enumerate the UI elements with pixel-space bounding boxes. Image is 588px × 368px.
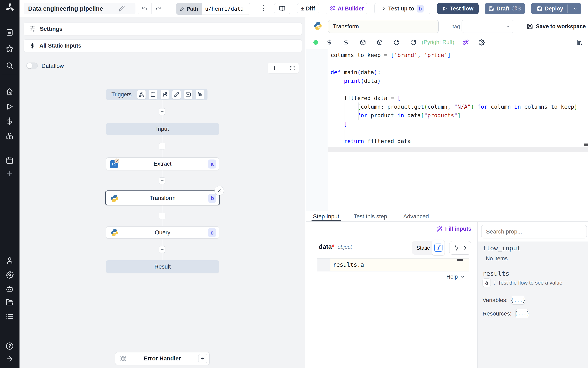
http-route-trigger-icon[interactable] xyxy=(161,90,169,100)
workers-robot-icon[interactable] xyxy=(6,285,14,293)
help-toggle[interactable]: Help xyxy=(446,273,465,280)
runs-play-icon[interactable] xyxy=(6,103,14,110)
poll-watch-trigger-icon[interactable] xyxy=(196,90,204,100)
plug-icon xyxy=(454,245,459,251)
tab-test-this-step[interactable]: Test this step xyxy=(354,213,387,220)
flow-settings-row[interactable]: Settings xyxy=(24,23,302,35)
favorites-star-icon[interactable] xyxy=(6,45,14,53)
variables-row[interactable]: Variables: {...} xyxy=(483,296,525,305)
tabbar-bottom-border xyxy=(306,221,588,222)
insert-step-button[interactable] xyxy=(159,246,165,253)
editor-toolbar: (Pyright Ruff) xyxy=(306,36,588,49)
step-key-badge: b xyxy=(417,5,424,12)
diff-button[interactable]: ± Diff xyxy=(297,3,319,14)
more-options-kebab-icon[interactable] xyxy=(263,5,264,13)
step-name-input[interactable] xyxy=(328,20,439,33)
path-chip[interactable]: Path u/henri/data_ xyxy=(176,3,250,15)
tab-advanced[interactable]: Advanced xyxy=(403,213,429,220)
arrow-right-icon xyxy=(462,245,467,250)
results-section-label[interactable]: results xyxy=(483,270,509,277)
package-icon[interactable] xyxy=(377,39,383,46)
settings-gear-icon[interactable] xyxy=(6,271,14,279)
ai-builder-button[interactable]: AI Builder xyxy=(326,3,367,14)
code-lines[interactable]: columns_to_keep = ['brand', 'price'] def… xyxy=(331,51,578,146)
zoom-in-plus-icon[interactable] xyxy=(272,65,277,71)
email-trigger-icon[interactable] xyxy=(184,90,192,100)
zoom-out-minus-icon[interactable] xyxy=(281,65,286,71)
fill-inputs-button[interactable]: Fill inputs xyxy=(436,225,471,232)
ai-magic-wand-icon[interactable] xyxy=(463,39,469,46)
webhook-trigger-icon[interactable] xyxy=(137,90,146,100)
undo-button[interactable] xyxy=(138,3,152,14)
variables-dollar-icon[interactable] xyxy=(6,117,14,125)
transform-node[interactable]: Transform b xyxy=(105,191,220,205)
draft-button[interactable]: Draft ⌘S xyxy=(485,3,525,14)
resources-object-badge[interactable]: {...} xyxy=(515,309,529,318)
expand-arrow-icon[interactable] xyxy=(6,355,14,363)
search-prop-input[interactable] xyxy=(481,225,587,239)
insert-step-button[interactable] xyxy=(159,213,165,219)
package-icon[interactable] xyxy=(360,39,366,46)
remove-step-close-icon[interactable] xyxy=(214,186,224,195)
fit-view-icon[interactable] xyxy=(290,66,295,71)
workspace-icon[interactable] xyxy=(6,28,14,36)
resources-row[interactable]: Resources: {...} xyxy=(483,309,529,318)
editor-scrollbar-thumb[interactable] xyxy=(584,144,588,146)
windmill-logo-icon[interactable] xyxy=(5,3,15,13)
insert-step-button[interactable] xyxy=(159,177,165,184)
test-up-to-button[interactable]: Test up to b xyxy=(374,3,430,14)
websocket-plug-trigger-icon[interactable] xyxy=(172,90,181,100)
test-flow-button[interactable]: Test flow xyxy=(437,3,479,14)
query-node[interactable]: Query c xyxy=(106,226,219,239)
input-node-label: Input xyxy=(156,126,169,132)
result-node[interactable]: Result xyxy=(106,260,219,273)
reload-icon[interactable] xyxy=(393,39,400,46)
resources-cubes-icon[interactable] xyxy=(6,132,14,140)
library-icon[interactable] xyxy=(576,39,582,46)
result-a-row[interactable]: a : Test the flow to see a value xyxy=(483,278,562,287)
add-error-handler-button[interactable] xyxy=(198,354,207,363)
insert-step-button[interactable] xyxy=(159,108,165,115)
triggers-node[interactable]: Triggers xyxy=(106,89,208,100)
lint-status-text: (Pyright Ruff) xyxy=(422,39,454,46)
variables-dollar-icon[interactable] xyxy=(343,39,349,46)
python-icon xyxy=(110,194,119,203)
save-to-workspace-button[interactable]: Save to workspace xyxy=(527,20,586,33)
search-icon[interactable] xyxy=(6,62,14,69)
extract-node[interactable]: TS Extract a xyxy=(106,157,219,170)
editor-gutter-edge xyxy=(328,49,328,147)
docs-book-button[interactable] xyxy=(274,3,290,14)
user-icon[interactable] xyxy=(6,257,14,265)
flow-input-section-label[interactable]: flow_input xyxy=(483,244,521,252)
deploy-dropdown-chevron-icon[interactable] xyxy=(569,3,581,14)
expression-value[interactable]: results.a xyxy=(333,258,364,271)
connect-input-button[interactable] xyxy=(449,241,471,255)
home-icon[interactable] xyxy=(6,88,14,96)
redo-button[interactable] xyxy=(152,3,165,14)
static-mode-label[interactable]: Static xyxy=(417,245,430,251)
logs-list-icon[interactable] xyxy=(6,313,14,320)
tab-step-input[interactable]: Step Input xyxy=(313,213,339,220)
expression-editor[interactable]: results.a xyxy=(317,258,469,271)
editor-settings-gear-icon[interactable] xyxy=(479,39,485,46)
add-plus-icon[interactable] xyxy=(6,169,14,177)
schedule-trigger-icon[interactable] xyxy=(149,90,157,100)
dataflow-toggle[interactable] xyxy=(26,63,38,69)
tag-select[interactable] xyxy=(462,20,514,33)
edit-title-pencil-icon[interactable] xyxy=(119,6,125,12)
error-handler-node[interactable]: Error Handler xyxy=(115,352,209,365)
reload-icon[interactable] xyxy=(410,39,417,46)
variables-object-badge[interactable]: {...} xyxy=(511,296,525,305)
result-key-badge[interactable]: a xyxy=(483,278,491,287)
schedules-calendar-icon[interactable] xyxy=(6,157,14,165)
help-icon[interactable] xyxy=(6,342,14,350)
assets-dollar-icon[interactable] xyxy=(326,39,332,46)
input-node[interactable]: Input xyxy=(106,123,219,135)
expression-mode-button[interactable]: f xyxy=(432,240,445,256)
folders-icon[interactable] xyxy=(6,298,14,306)
magic-wand-icon xyxy=(436,226,443,232)
field-type: object xyxy=(338,244,352,250)
all-static-inputs-row[interactable]: All Static Inputs xyxy=(24,39,302,52)
insert-step-button[interactable] xyxy=(159,143,165,149)
path-value[interactable]: u/henri/data_ xyxy=(202,3,250,15)
